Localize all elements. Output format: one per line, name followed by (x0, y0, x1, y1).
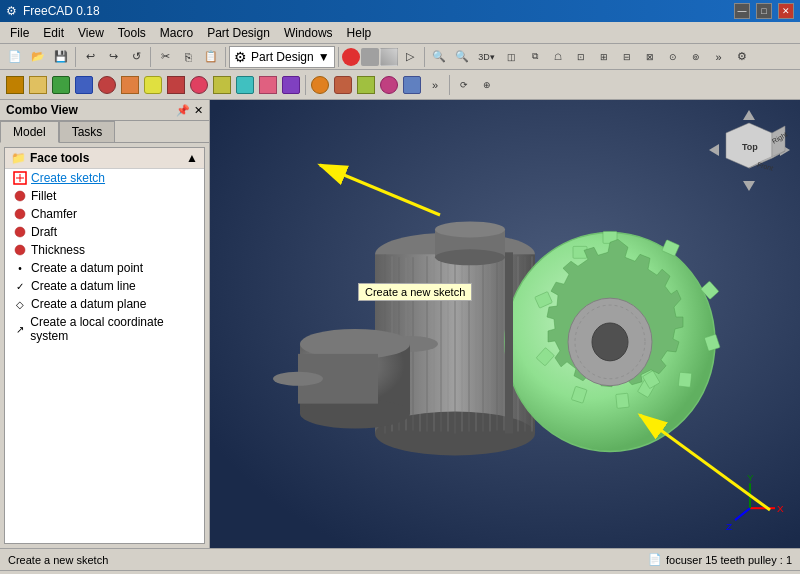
paste-button[interactable]: 📋 (200, 46, 222, 68)
pd-btn19[interactable]: ⟳ (453, 74, 475, 96)
view-btn3[interactable]: ☖ (547, 46, 569, 68)
chamfer-item[interactable]: Chamfer (5, 205, 204, 223)
icon-btn-3[interactable] (380, 48, 398, 66)
undo-button[interactable]: ↩ (79, 46, 101, 68)
menu-edit[interactable]: Edit (37, 24, 70, 42)
close-button[interactable]: ✕ (778, 3, 794, 19)
svg-text:X: X (777, 503, 784, 514)
expand-button[interactable]: » (708, 46, 730, 68)
sep5 (424, 47, 425, 67)
viewport-3d[interactable]: X Y Z Top Ri (210, 100, 800, 548)
redo-button[interactable]: ↪ (102, 46, 124, 68)
pd-btn20[interactable]: ⊕ (476, 74, 498, 96)
create-sketch-label[interactable]: Create sketch (31, 171, 105, 185)
draft-item[interactable]: Draft (5, 223, 204, 241)
save-button[interactable]: 💾 (50, 46, 72, 68)
zoom-out-button[interactable]: 🔍 (451, 46, 473, 68)
svg-text:Z: Z (726, 521, 732, 532)
svg-rect-44 (678, 372, 691, 387)
bottom-info-bar: Create a new sketch 📄 focuser 15 teeth p… (0, 548, 800, 570)
pd-expand[interactable]: » (424, 74, 446, 96)
tab-model[interactable]: Model (0, 121, 59, 143)
local-coord-item[interactable]: ↗ Create a local coordinate system (5, 313, 204, 345)
menu-windows[interactable]: Windows (278, 24, 339, 42)
pd-btn3[interactable] (50, 74, 72, 96)
refresh-button[interactable]: ↺ (125, 46, 147, 68)
thickness-icon (13, 243, 27, 257)
icon-btn-2[interactable] (361, 48, 379, 66)
pd-btn5[interactable] (96, 74, 118, 96)
new-file-button[interactable]: 📄 (4, 46, 26, 68)
datum-plane-icon: ◇ (13, 297, 27, 311)
view-btn8[interactable]: ⊙ (662, 46, 684, 68)
datum-line-item[interactable]: ✓ Create a datum line (5, 277, 204, 295)
pd-btn9[interactable] (188, 74, 210, 96)
menu-tools[interactable]: Tools (112, 24, 152, 42)
pd-btn6[interactable] (119, 74, 141, 96)
title-controls: — □ ✕ (734, 3, 794, 19)
settings-button[interactable]: ⚙ (731, 46, 753, 68)
svg-text:Y: Y (747, 472, 754, 483)
open-button[interactable]: 📂 (27, 46, 49, 68)
view-btn4[interactable]: ⊡ (570, 46, 592, 68)
pd-btn10[interactable] (211, 74, 233, 96)
pd-btn18[interactable] (401, 74, 423, 96)
pd-btn12[interactable] (257, 74, 279, 96)
pd-btn2[interactable] (27, 74, 49, 96)
pd-btn16[interactable] (355, 74, 377, 96)
pd-btn7[interactable] (142, 74, 164, 96)
pd-btn14[interactable] (309, 74, 331, 96)
workbench-arrow: ▼ (318, 50, 330, 64)
view-btn6[interactable]: ⊟ (616, 46, 638, 68)
collapse-icon[interactable]: ▲ (186, 151, 198, 165)
tab-tasks[interactable]: Tasks (59, 121, 116, 142)
view-btn7[interactable]: ⊠ (639, 46, 661, 68)
icon-btn-4[interactable]: ▷ (399, 46, 421, 68)
pd-btn1[interactable] (4, 74, 26, 96)
combo-pin[interactable]: 📌 (176, 104, 190, 117)
menu-part-design[interactable]: Part Design (201, 24, 276, 42)
combo-close[interactable]: ✕ (194, 104, 203, 117)
copy-button[interactable]: ⎘ (177, 46, 199, 68)
menu-macro[interactable]: Macro (154, 24, 199, 42)
pd-btn8[interactable] (165, 74, 187, 96)
fillet-label: Fillet (31, 189, 56, 203)
pd-sep1 (305, 75, 306, 95)
svg-point-5 (15, 227, 25, 237)
menu-help[interactable]: Help (341, 24, 378, 42)
workbench-dropdown[interactable]: ⚙ Part Design ▼ (229, 46, 335, 68)
view3d-button[interactable]: 3D▾ (474, 46, 500, 68)
main-area: Combo View 📌 ✕ Model Tasks 📁 Face tools … (0, 100, 800, 548)
view-btn2[interactable]: ⧉ (524, 46, 546, 68)
title-left: ⚙ FreeCAD 0.18 (6, 4, 100, 18)
minimize-button[interactable]: — (734, 3, 750, 19)
fillet-item[interactable]: Fillet (5, 187, 204, 205)
icon-btn-1[interactable] (342, 48, 360, 66)
pd-btn17[interactable] (378, 74, 400, 96)
maximize-button[interactable]: □ (756, 3, 772, 19)
view-btn9[interactable]: ⊚ (685, 46, 707, 68)
pd-btn11[interactable] (234, 74, 256, 96)
sketch-icon (13, 171, 27, 185)
cut-button[interactable]: ✂ (154, 46, 176, 68)
datum-plane-item[interactable]: ◇ Create a datum plane (5, 295, 204, 313)
menu-file[interactable]: File (4, 24, 35, 42)
view-btn1[interactable]: ◫ (501, 46, 523, 68)
sep4 (338, 47, 339, 67)
thickness-item[interactable]: Thickness (5, 241, 204, 259)
create-sketch-item[interactable]: Create sketch (5, 169, 204, 187)
sep2 (150, 47, 151, 67)
workbench-icon: ⚙ (234, 49, 247, 65)
zoom-in-button[interactable]: 🔍 (428, 46, 450, 68)
view-cube[interactable]: Top Right Front (707, 108, 792, 193)
view-btn5[interactable]: ⊞ (593, 46, 615, 68)
face-tools-title: Face tools (30, 151, 89, 165)
statusbar: 🔒 CAD - 37,18 mm × 28,46 mm (0, 570, 800, 574)
pd-btn15[interactable] (332, 74, 354, 96)
menu-view[interactable]: View (72, 24, 110, 42)
view-cube-svg: Top Right Front (707, 108, 792, 193)
pd-btn13[interactable] (280, 74, 302, 96)
datum-point-item[interactable]: • Create a datum point (5, 259, 204, 277)
pd-btn4[interactable] (73, 74, 95, 96)
svg-point-38 (273, 372, 323, 386)
